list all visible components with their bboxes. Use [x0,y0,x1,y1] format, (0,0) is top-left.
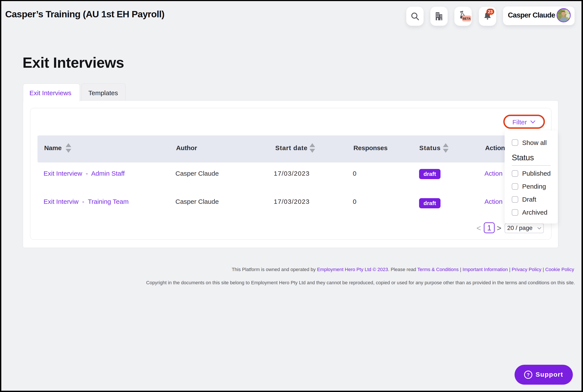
svg-text:?: ? [527,372,529,378]
